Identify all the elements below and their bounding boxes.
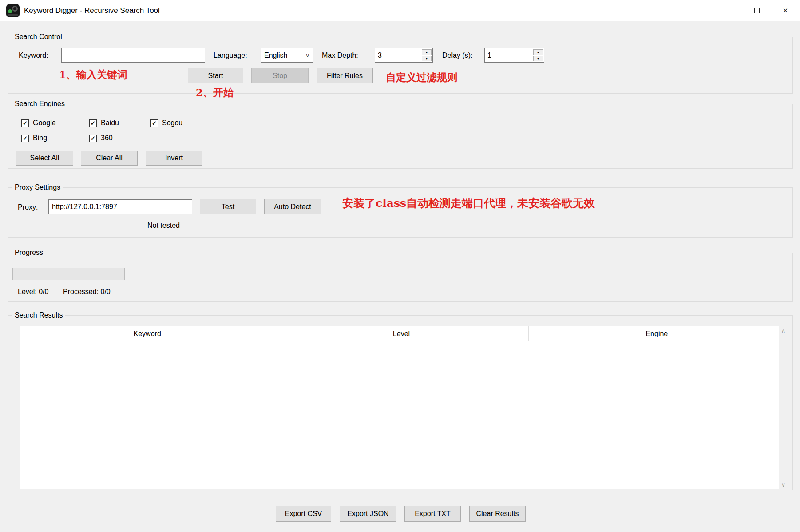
checkbox-bing[interactable]: ✓ Bing [21, 134, 47, 142]
max-depth-value: 3 [378, 52, 382, 60]
app-icon [6, 4, 20, 17]
stop-button[interactable]: Stop [251, 68, 309, 83]
proxy-label: Proxy: [18, 203, 38, 211]
column-header-engine[interactable]: Engine [529, 326, 785, 341]
annotation-step1: 1、输入关键词 [59, 68, 127, 82]
maximize-icon [754, 8, 760, 13]
keyword-input[interactable] [61, 48, 205, 63]
keyword-label: Keyword: [19, 52, 48, 60]
language-select[interactable]: English ∨ [261, 48, 313, 63]
search-results-group: Search Results Keyword Level Engine ∧ ∨ [8, 315, 793, 490]
minimize-icon [726, 11, 732, 11]
progress-level-text: Level: 0/0 [18, 288, 48, 296]
checkbox-label: 360 [101, 134, 113, 142]
progress-group: Progress Level: 0/0 Processed: 0/0 [8, 253, 793, 302]
checkbox-checked-icon: ✓ [150, 119, 158, 127]
spin-down-button[interactable]: ▼ [422, 56, 432, 61]
search-engines-group: Search Engines ✓ Google ✓ Baidu ✓ Sogou … [8, 104, 793, 169]
proxy-input[interactable]: http://127.0.0.1:7897 [48, 199, 192, 214]
progress-processed-text: Processed: 0/0 [63, 288, 111, 296]
green-dot-icon [8, 9, 12, 13]
chevron-down-icon: ∨ [305, 52, 309, 59]
app-window: { "window": { "title": "Keyword Digger -… [0, 0, 800, 532]
checkbox-360[interactable]: ✓ 360 [89, 134, 113, 142]
checkbox-label: Google [33, 119, 56, 127]
filter-rules-button[interactable]: Filter Rules [317, 68, 373, 83]
checkbox-sogou[interactable]: ✓ Sogou [150, 119, 182, 127]
max-depth-stepper[interactable]: 3 ▲ ▼ [375, 48, 433, 63]
proxy-settings-group: Proxy Settings Proxy: http://127.0.0.1:7… [8, 187, 793, 238]
clear-all-button[interactable]: Clear All [81, 151, 138, 166]
results-table: Keyword Level Engine [20, 326, 785, 489]
spin-up-button[interactable]: ▲ [422, 49, 432, 55]
checkbox-checked-icon: ✓ [21, 135, 29, 142]
search-control-title: Search Control [12, 33, 64, 41]
export-json-button[interactable]: Export JSON [340, 506, 396, 522]
progress-bar [12, 268, 125, 280]
gear-icon [12, 6, 18, 12]
delay-stepper[interactable]: 1 ▲ ▼ [484, 48, 544, 63]
checkbox-baidu[interactable]: ✓ Baidu [89, 119, 119, 127]
annotation-step2: 2、开始 [196, 86, 234, 99]
proxy-test-button[interactable]: Test [200, 199, 256, 214]
delay-label: Delay (s): [442, 52, 472, 60]
checkbox-google[interactable]: ✓ Google [21, 119, 56, 127]
maximize-button[interactable] [743, 0, 771, 21]
delay-spin-buttons: ▲ ▼ [533, 49, 543, 61]
start-button[interactable]: Start [188, 68, 243, 83]
close-icon: ✕ [783, 7, 788, 15]
minimize-button[interactable] [714, 0, 743, 21]
delay-value: 1 [487, 52, 491, 60]
column-header-level[interactable]: Level [274, 326, 528, 341]
export-txt-button[interactable]: Export TXT [404, 506, 461, 522]
scroll-up-icon[interactable]: ∧ [781, 326, 786, 335]
max-depth-spin-buttons: ▲ ▼ [422, 49, 432, 61]
annotation-proxy-note: 安装了class自动检测走端口代理，未安装谷歌无效 [342, 196, 595, 210]
language-label: Language: [214, 52, 247, 60]
proxy-status-text: Not tested [147, 222, 180, 230]
window-title: Keyword Digger - Recursive Search Tool [24, 6, 160, 15]
close-button[interactable]: ✕ [771, 0, 800, 21]
window-controls: ✕ [714, 0, 800, 21]
search-control-group: Search Control Keyword: Language: Englis… [8, 37, 793, 94]
clear-results-button[interactable]: Clear Results [469, 506, 526, 522]
checkbox-label: Baidu [101, 119, 119, 127]
icon-label-strip [8, 14, 18, 16]
auto-detect-button[interactable]: Auto Detect [264, 199, 321, 214]
spin-up-button[interactable]: ▲ [533, 49, 543, 55]
title-bar: Keyword Digger - Recursive Search Tool ✕ [0, 0, 800, 21]
spin-down-button[interactable]: ▼ [533, 56, 543, 61]
progress-title: Progress [12, 249, 45, 257]
search-engines-title: Search Engines [12, 100, 67, 108]
scroll-down-icon[interactable]: ∨ [781, 480, 786, 489]
export-csv-button[interactable]: Export CSV [276, 506, 331, 522]
checkbox-checked-icon: ✓ [21, 119, 29, 127]
checkbox-label: Sogou [162, 119, 182, 127]
checkbox-checked-icon: ✓ [89, 135, 97, 142]
invert-button[interactable]: Invert [146, 151, 202, 166]
select-all-button[interactable]: Select All [16, 151, 73, 166]
results-scrollbar[interactable]: ∧ ∨ [779, 326, 788, 489]
proxy-settings-title: Proxy Settings [12, 183, 63, 191]
annotation-filter-note: 自定义过滤规则 [386, 71, 457, 84]
checkbox-label: Bing [33, 134, 47, 142]
results-table-header: Keyword Level Engine [20, 326, 785, 341]
search-results-title: Search Results [12, 311, 65, 319]
max-depth-label: Max Depth: [322, 52, 358, 60]
checkbox-checked-icon: ✓ [89, 119, 97, 127]
language-value: English [264, 52, 287, 60]
column-header-keyword[interactable]: Keyword [20, 326, 274, 341]
